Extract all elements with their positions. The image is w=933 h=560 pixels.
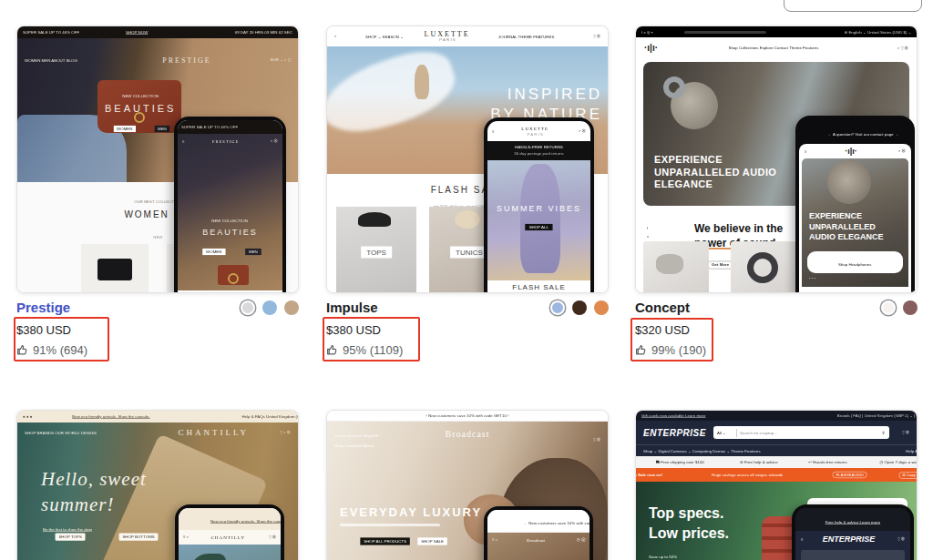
store-header: Theme features Blog FR Shop Lookbook Abo…: [327, 425, 608, 447]
theme-price: $380 USD: [16, 323, 299, 337]
store-nav: Shop ⌄ Digital Cameras ⌄ Computing Demos…: [636, 444, 917, 456]
mic-icon: 🎙: [882, 431, 886, 435]
mobile-mockup: SUPER SALE UP TO 40% OFF09 20 03 17 ≡ PR…: [174, 117, 286, 293]
swatch-white[interactable]: [881, 300, 896, 315]
shop-bottoms-button: SHOP BOTTOMS: [119, 533, 159, 540]
theme-store-page: SUPER SALE UP TO 40% OFFSHOP NOW 09 DAY …: [0, 0, 933, 560]
theme-rating: 91% (694): [16, 343, 299, 357]
copy-code-pill: ⧉ Copy code: [898, 472, 918, 479]
shop-headphones-button: Shop Headphones: [807, 251, 903, 273]
theme-preview-enterprise[interactable]: Gift cards now available Learn more Bran…: [635, 410, 918, 560]
announcement-bar: ‹ New customers save 10% with code GET10…: [327, 411, 608, 422]
swatch-brown[interactable]: [572, 300, 587, 315]
swatch-blue[interactable]: [550, 300, 565, 315]
search-icon: ⌕: [334, 34, 336, 39]
product-tile: TOPS: [336, 207, 416, 293]
swatch-tan[interactable]: [284, 300, 299, 315]
swatch-light[interactable]: [241, 300, 255, 315]
sort-select[interactable]: [784, 0, 922, 12]
swatch-orange[interactable]: [594, 300, 609, 315]
mobile-mockup: ← New customers save 10% with code GET10…: [484, 506, 593, 560]
hero-text: EVERYDAY LUXURY: [340, 505, 482, 519]
theme-preview-concept[interactable]: f x ◎ ▪ ⊕ English ⌄ United States (USD $…: [635, 25, 918, 293]
menu-search-icons: ≡ ⌕: [492, 537, 497, 543]
style-swatches: [550, 300, 609, 315]
theme-rating: 95% (1109): [326, 343, 609, 357]
promo-code-pill: FLASHSALE20: [832, 472, 866, 478]
mobile-mockup: Free help & advice Learn more ≡ ENTERPRI…: [792, 504, 914, 560]
theme-price: $320 USD: [635, 323, 918, 337]
theme-title-concept[interactable]: Concept: [635, 300, 690, 315]
mobile-mockup: New eco friendly arrivals. Shop the caps…: [175, 504, 284, 560]
theme-card-broadcast: ‹ New customers save 10% with code GET10…: [326, 410, 609, 560]
theme-preview-chantilly[interactable]: ● ● ● New eco friendly arrivals. Shop th…: [16, 410, 299, 560]
header-icons: ⌕ ⍜ ⛒: [898, 46, 908, 51]
store-header: WOMEN MEN ABOUT BLOG PRESTIGE EUR ⌄ ⌕ ◻: [17, 53, 298, 67]
store-logo: PRESTIGE: [162, 56, 210, 65]
theme-title-prestige[interactable]: Prestige: [16, 300, 70, 315]
theme-card-concept: f x ◎ ▪ ⊕ English ⌄ United States (USD $…: [635, 25, 918, 357]
announcement-bar: f x ◎ ▪ ⊕ English ⌄ United States (USD $…: [636, 26, 917, 37]
product-tile: [81, 244, 149, 293]
hamburger-icon: ≡: [805, 149, 807, 154]
thumbs-up-icon: [635, 344, 647, 356]
thumbs-up-icon: [16, 344, 28, 356]
mobile-mockup: ← A question? Visit our contact page → ≡…: [795, 116, 915, 293]
header-icons: ⍜ ⌕ ⛒: [281, 430, 291, 435]
swatch-blue[interactable]: [262, 300, 277, 315]
account-cart-icons: ⍜ ⛒: [897, 536, 905, 542]
hamburger-icon: ≡: [492, 129, 495, 134]
benefits-bar: ⛟ Free shipping over $100 ⊜ Free help & …: [636, 456, 917, 468]
hero-text: NEW COLLECTION BEAUTIES WOMEN MEN: [105, 86, 176, 135]
theme-card-chantilly: ● ● ● New eco friendly arrivals. Shop th…: [16, 410, 299, 560]
swatch-mauve[interactable]: [903, 300, 918, 315]
shop-all-button: SHOP ALL PRODUCTS: [360, 537, 410, 545]
hero-text: EXPERIENCE UNPARALLELED AUDIO ELEGANCE: [654, 154, 776, 191]
thumbs-up-icon: [326, 344, 338, 356]
utility-bar: Gift cards now available Learn more Bran…: [636, 411, 917, 421]
dancer-graphic: [415, 65, 429, 99]
store-logo: Broadcast: [327, 429, 608, 439]
menu-search-icons: ≡ ⌕: [183, 535, 189, 540]
product-tile: [731, 241, 796, 293]
theme-preview-broadcast[interactable]: ‹ New customers save 10% with code GET10…: [326, 410, 609, 560]
men-button: MEN: [155, 126, 169, 132]
theme-card-enterprise: Gift cards now available Learn more Bran…: [635, 410, 918, 560]
announcement-bar: ● ● ● New eco friendly arrivals. Shop th…: [17, 411, 298, 423]
store-header: ENTERPRISE All ⌄ Search for a laptop... …: [636, 421, 917, 444]
style-swatches: [881, 300, 918, 315]
search-cart-icons: ⌕ ⛒: [272, 138, 278, 144]
fabric-graphic: [326, 42, 463, 145]
store-header: ·ı|ı· Shop Collections Explore Contact T…: [636, 37, 917, 58]
style-swatches: [241, 300, 299, 315]
mobile-mockup: ≡ LUXETTE P A R I S ⌕ ⛒ HASSLE-FREE RETU…: [484, 117, 594, 293]
hamburger-icon: ≡: [801, 537, 804, 542]
store-logo: ·ı|ı·: [644, 43, 658, 53]
store-logo: ENTERPRISE: [643, 428, 706, 438]
hero-subtext-placeholder: [340, 524, 440, 526]
women-button: WOMEN: [114, 126, 136, 132]
header-icons: ⍜ ⛒: [593, 437, 600, 443]
headphones-graphic: [663, 76, 685, 98]
account-cart-icons: ⍜ ⛒: [902, 430, 909, 435]
theme-card-impulse: ⌕ SHOP ⌄ SEASON ⌄ LUXETTE P A R I S JOUR…: [326, 25, 609, 357]
hero-text: Top specs. Low prices.: [649, 504, 729, 545]
search-cart-icons: ⌕ ⛒: [899, 148, 906, 154]
store-header: ⌕ SHOP ⌄ SEASON ⌄ LUXETTE P A R I S JOUR…: [327, 26, 608, 46]
theme-title-impulse[interactable]: Impulse: [326, 300, 378, 315]
window-dots: ● ● ●: [23, 414, 32, 419]
header-icons: ◷ ⛒: [576, 537, 585, 543]
palm-graphic: [190, 554, 226, 560]
product-tile: [643, 241, 709, 293]
search-cart-icons: ⌕ ⛒: [579, 128, 586, 134]
flash-sale-banner: Flash Sale now on! Huge savings across a…: [636, 468, 917, 482]
theme-card-prestige: SUPER SALE UP TO 40% OFFSHOP NOW 09 DAY …: [16, 25, 299, 357]
announcement-bar: SUPER SALE UP TO 40% OFFSHOP NOW 09 DAY …: [17, 26, 298, 38]
social-icons: f x ◎ ▪: [641, 30, 652, 35]
shop-tops-button: SHOP TOPS: [56, 533, 86, 540]
store-logo: CHANTILLY: [178, 428, 249, 437]
theme-preview-impulse[interactable]: ⌕ SHOP ⌄ SEASON ⌄ LUXETTE P A R I S JOUR…: [326, 25, 609, 293]
account-cart-icons: ⍜ ⛒: [593, 34, 600, 39]
store-header: SHOP BRANDS OUR WORLD DESIGN CHANTILLY ⍜…: [17, 426, 298, 439]
theme-preview-prestige[interactable]: SUPER SALE UP TO 40% OFFSHOP NOW 09 DAY …: [16, 25, 299, 293]
